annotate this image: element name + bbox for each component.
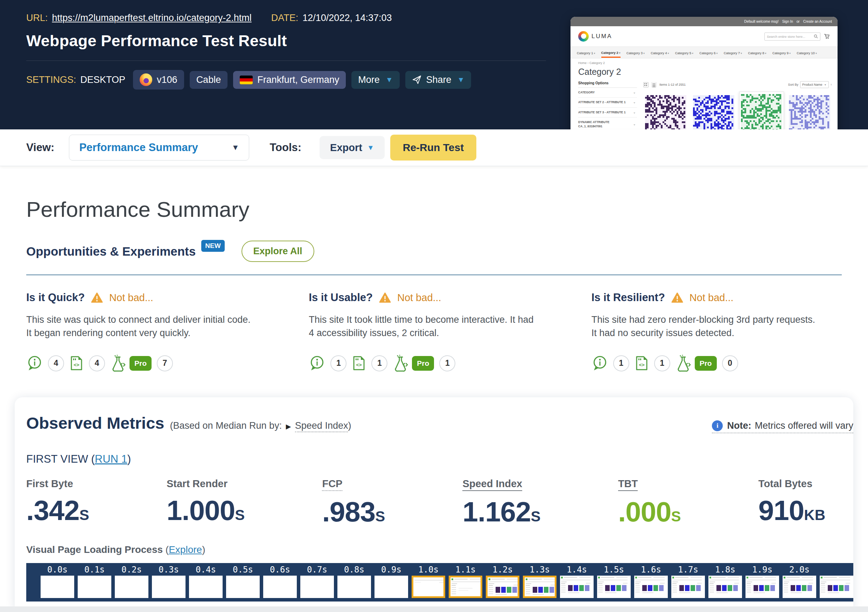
chevron-down-icon: ▾	[668, 52, 669, 55]
rerun-test-button[interactable]: Re-Run Test	[390, 134, 476, 161]
filmstrip-slot: 0.2s	[113, 564, 150, 598]
filmstrip-frame[interactable]	[560, 576, 594, 598]
thumbnail-nav-item[interactable]: Category 2▾	[601, 48, 620, 58]
metric: Start Render1.000S	[167, 478, 245, 528]
filmstrip-frame[interactable]	[449, 576, 482, 598]
filmstrip-frame[interactable]	[634, 576, 668, 598]
thumbnail-nav-item[interactable]: Category 10▾	[797, 48, 817, 57]
thumbnail-nav-item[interactable]: Category 9▾	[772, 48, 791, 57]
opportunity-verdict: Not bad...	[109, 292, 153, 304]
warning-triangle-icon	[379, 292, 391, 303]
metric-label[interactable]: FCP	[322, 478, 342, 491]
filmstrip-frame[interactable]	[226, 576, 260, 598]
new-badge: NEW	[201, 240, 224, 252]
frame-timestamp: 1.3s	[521, 564, 558, 575]
chevron-down-icon: ▼	[824, 83, 827, 86]
filmstrip-frame[interactable]	[671, 576, 705, 598]
frame-timestamp: 0.9s	[373, 564, 410, 575]
date-label: DATE:	[271, 12, 299, 23]
tested-url-link[interactable]: https://m2lumaperftest.eltrino.io/catego…	[52, 12, 252, 23]
items-count: Items 1-12 of 2551	[659, 83, 686, 87]
opportunity-verdict: Not bad...	[690, 292, 733, 304]
metric: Total Bytes910KB	[758, 478, 825, 528]
metrics-note[interactable]: i Note: Metrics offered will vary	[712, 420, 853, 433]
environment-value: DESKTOP	[81, 74, 126, 85]
or-text: or	[797, 20, 800, 23]
metric-label: First Byte	[26, 478, 73, 490]
filmstrip-frame[interactable]	[783, 576, 816, 598]
filmstrip-frame[interactable]	[78, 576, 111, 598]
thumbnail-nav-item[interactable]: Category 8▾	[748, 48, 767, 57]
metric-label[interactable]: TBT	[618, 478, 638, 491]
filmstrip-frame[interactable]	[746, 576, 779, 598]
more-button[interactable]: More ▼	[352, 71, 399, 89]
export-button[interactable]: Export ▼	[319, 136, 384, 159]
explore-link[interactable]: Explore	[169, 544, 202, 555]
thumbnail-filter[interactable]: CATEGORY⌄	[578, 88, 637, 97]
filmstrip-frame[interactable]	[300, 576, 334, 598]
filmstrip-frame[interactable]	[189, 576, 223, 598]
filmstrip-slot: 0.9s	[373, 564, 410, 598]
sort-by-label: Sort By	[788, 83, 799, 87]
chevron-down-icon: ▾	[594, 52, 595, 55]
filmstrip-slot: 0.1s	[76, 564, 113, 598]
explore-all-button[interactable]: Explore All	[242, 241, 314, 262]
thumbnail-nav-item[interactable]: Category 5▾	[675, 48, 694, 57]
metric-unit: S	[375, 508, 385, 525]
filmstrip-frame[interactable]	[337, 576, 371, 598]
filmstrip-frame[interactable]	[597, 576, 631, 598]
thumbnail-nav-item[interactable]: Category 7▾	[724, 48, 742, 57]
filmstrip-slot: 1.1s	[447, 564, 484, 598]
location-chip: Frankfurt, Germany	[233, 71, 346, 89]
speed-index-link[interactable]: Speed Index	[295, 420, 348, 432]
filmstrip-slot: 1.6s	[632, 564, 670, 598]
metric-label[interactable]: Speed Index	[462, 478, 522, 491]
metric-unit: S	[531, 508, 541, 525]
thumbnail-nav-item[interactable]: Category 6▾	[699, 48, 718, 57]
code-count: 4	[89, 355, 105, 371]
filmstrip-frame[interactable]	[708, 576, 742, 598]
thumbnail-filter[interactable]: ATTRIBUTE SET 2 - ATTRIBUTE 1⌄	[578, 97, 637, 107]
thumbnail-nav-item[interactable]: Category 4▾	[651, 48, 669, 57]
metric-value: 1.162S	[462, 496, 540, 528]
share-button[interactable]: Share ▼	[405, 71, 471, 89]
run-1-link[interactable]: RUN 1	[95, 453, 127, 465]
chevron-down-icon: ▾	[815, 52, 817, 55]
filmstrip-slot: 1.4s	[558, 564, 595, 598]
browser-chip: v106	[133, 70, 184, 90]
thumbnail-nav-item[interactable]: Category 3▾	[626, 48, 645, 57]
filmstrip-frame[interactable]	[486, 576, 519, 598]
opportunity-card-title: Is it Resilient?	[592, 291, 665, 304]
filmstrip-frame[interactable]	[40, 576, 74, 598]
thumbnail-page-title: Category 2	[578, 67, 830, 77]
germany-flag-icon	[240, 76, 253, 84]
filmstrip-frame[interactable]	[263, 576, 297, 598]
frame-timestamp: 0.8s	[336, 564, 373, 575]
info-count: 1	[613, 355, 629, 371]
opportunity-verdict: Not bad...	[397, 292, 441, 304]
filmstrip-slot: 2.0s	[781, 564, 818, 598]
main-content: Performance Summary Opportunities & Expe…	[0, 166, 868, 612]
note-label: Note:	[727, 420, 751, 431]
filter-label: CATEGORY	[578, 91, 595, 94]
frame-timestamp: 1.0s	[410, 564, 447, 575]
opportunity-description: This site had zero render-blocking 3rd p…	[592, 313, 819, 340]
filmstrip-frame[interactable]	[375, 576, 408, 598]
metric-label: Total Bytes	[758, 478, 812, 490]
opportunity-card: Is it Resilient?Not bad...This site had …	[592, 291, 842, 372]
filmstrip-frame[interactable]	[412, 576, 445, 598]
frame-timestamp: 0.5s	[224, 564, 262, 575]
filmstrip-frame[interactable]	[152, 576, 186, 598]
filmstrip-frame[interactable]	[820, 576, 853, 598]
code-document-icon: <>	[634, 355, 649, 371]
pro-badge: Pro	[695, 356, 717, 371]
view-select[interactable]: Performance Summary ▼	[69, 134, 249, 161]
share-plane-icon	[412, 75, 422, 85]
metric-unit: S	[79, 507, 89, 523]
thumbnail-filter[interactable]: ATTRIBUTE SET 3 - ATTRIBUTE 1⌄	[578, 108, 637, 117]
filmstrip-frame[interactable]	[115, 576, 149, 598]
filmstrip-frame[interactable]	[523, 576, 556, 598]
metric-label: Start Render	[167, 478, 228, 490]
thumbnail-nav-item[interactable]: Category 1▾	[577, 48, 595, 57]
url-label: URL:	[26, 12, 48, 23]
